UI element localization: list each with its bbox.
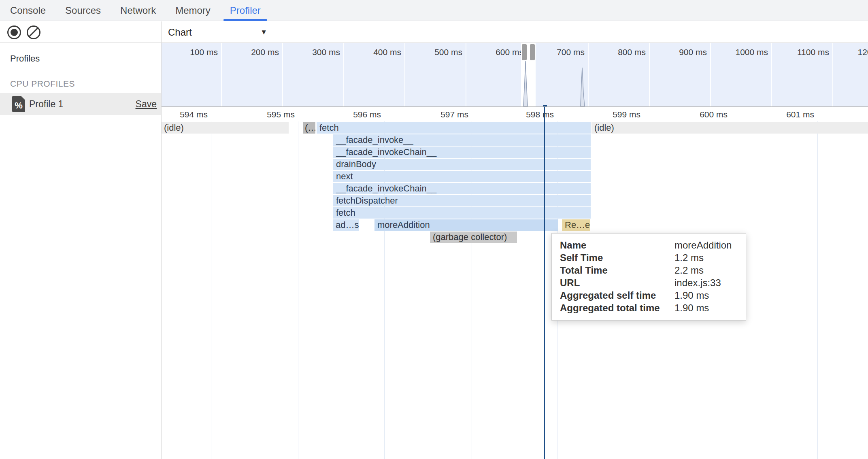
profiler-toolbar: Chart ▼ bbox=[0, 21, 868, 43]
flame-bar-facade-invoke[interactable]: __facade_invoke__ bbox=[333, 134, 591, 146]
current-time-marker-tick bbox=[543, 105, 547, 106]
overview-tick-label: 900 ms bbox=[641, 47, 707, 57]
tab-sources[interactable]: Sources bbox=[65, 0, 101, 21]
percent-document-icon: % bbox=[12, 96, 25, 112]
cpu-activity-spike bbox=[580, 68, 585, 106]
flame-bar-idle[interactable]: (idle) bbox=[591, 122, 868, 134]
tooltip-row: URL index.js:33 bbox=[560, 276, 738, 289]
overview-tick-label: 500 ms bbox=[397, 47, 462, 57]
tooltip-row: Aggregated total time 1.90 ms bbox=[560, 302, 738, 314]
record-profile-button[interactable] bbox=[7, 26, 21, 39]
profiles-sidebar: Profiles CPU PROFILES % Profile 1 Save bbox=[0, 43, 161, 459]
flame-gridline bbox=[211, 121, 211, 459]
sidebar-heading: Profiles bbox=[10, 53, 40, 64]
flame-bar-facade-invokechain[interactable]: __facade_invokeChain__ bbox=[333, 183, 591, 194]
tooltip-row: Total Time 2.2 ms bbox=[560, 264, 738, 276]
flame-bar-garbage-collector[interactable]: (garbage collector) bbox=[430, 232, 517, 243]
overview-tick-label: 1100 ms bbox=[764, 47, 829, 57]
tooltip-value: moreAddition bbox=[674, 239, 738, 251]
overview-tick-label: 100 ms bbox=[162, 47, 218, 57]
overview-tick-label: 200 ms bbox=[213, 47, 279, 57]
flame-bar-truncated[interactable]: (… bbox=[303, 122, 315, 134]
tooltip-value: 2.2 ms bbox=[674, 264, 738, 276]
tooltip-row: Name moreAddition bbox=[560, 239, 738, 251]
flame-bar-idle[interactable]: (idle) bbox=[161, 122, 289, 134]
tab-profiler[interactable]: Profiler bbox=[230, 0, 261, 21]
ruler-tick-label: 597 ms bbox=[408, 107, 468, 121]
current-time-marker bbox=[544, 107, 545, 459]
overview-tick-label: 600 ms bbox=[458, 47, 523, 57]
tooltip-row: Self Time 1.2 ms bbox=[560, 251, 738, 264]
tab-console[interactable]: Console bbox=[10, 0, 46, 21]
tooltip-value: 1.90 ms bbox=[674, 302, 738, 314]
sidebar-divider bbox=[161, 21, 162, 459]
overview-tick-label: 800 ms bbox=[580, 47, 646, 57]
flame-bar-moreaddition[interactable]: moreAddition bbox=[374, 219, 558, 231]
flame-bar-fetch[interactable]: fetch bbox=[333, 207, 591, 219]
tooltip-label: Total Time bbox=[560, 264, 674, 276]
overview-tick-label: 1000 ms bbox=[702, 47, 768, 57]
flame-chart-ruler: 594 ms 595 ms 596 ms 597 ms 598 ms 599 m… bbox=[162, 107, 868, 121]
flame-gridline bbox=[298, 121, 298, 459]
flame-bar-drainbody[interactable]: drainBody bbox=[333, 159, 591, 170]
cpu-profiles-section-label: CPU PROFILES bbox=[10, 79, 75, 89]
record-icon-dot bbox=[11, 29, 18, 36]
tooltip-value: index.js:33 bbox=[674, 276, 738, 289]
ruler-tick-label: 595 ms bbox=[234, 107, 295, 121]
overview-tick-label: 1200 ms bbox=[825, 47, 868, 57]
chevron-down-icon: ▼ bbox=[260, 21, 267, 43]
profile-name: Profile 1 bbox=[29, 93, 63, 115]
flame-bar-next[interactable]: next bbox=[333, 171, 591, 182]
tooltip-label: URL bbox=[560, 276, 674, 289]
sidebar-item-profile-1[interactable]: % Profile 1 Save bbox=[0, 93, 161, 115]
tooltip-label: Aggregated total time bbox=[560, 302, 674, 314]
tooltip-label: Aggregated self time bbox=[560, 289, 674, 302]
ruler-tick-label: 600 ms bbox=[667, 107, 728, 121]
selection-handle-right[interactable] bbox=[530, 44, 535, 60]
timeline-overview[interactable]: 100 ms 200 ms 300 ms 400 ms 500 ms 600 m… bbox=[162, 43, 868, 107]
view-mode-dropdown[interactable]: Chart ▼ bbox=[168, 21, 267, 43]
ruler-tick-label: 594 ms bbox=[147, 107, 208, 121]
ruler-tick-label: 601 ms bbox=[753, 107, 814, 121]
frame-tooltip: Name moreAddition Self Time 1.2 ms Total… bbox=[551, 233, 746, 321]
devtools-tab-bar: Console Sources Network Memory Profiler bbox=[0, 0, 868, 21]
tooltip-label: Self Time bbox=[560, 251, 674, 264]
flame-bar-facade-invokechain[interactable]: __facade_invokeChain__ bbox=[333, 147, 591, 158]
flame-bar-fetch[interactable]: fetch bbox=[317, 122, 591, 134]
tooltip-value: 1.2 ms bbox=[674, 251, 738, 264]
tooltip-value: 1.90 ms bbox=[674, 289, 738, 302]
overview-tick-label: 300 ms bbox=[274, 47, 340, 57]
tab-memory[interactable]: Memory bbox=[175, 0, 211, 21]
cpu-activity-spike bbox=[523, 61, 528, 106]
tooltip-row: Aggregated self time 1.90 ms bbox=[560, 289, 738, 302]
flame-bar-addnumbers[interactable]: ad…s bbox=[333, 219, 359, 231]
clear-profiles-button[interactable] bbox=[27, 26, 40, 39]
tab-network[interactable]: Network bbox=[120, 0, 156, 21]
flame-gridline bbox=[817, 121, 818, 459]
ruler-tick-label: 599 ms bbox=[580, 107, 640, 121]
tooltip-label: Name bbox=[560, 239, 674, 251]
view-mode-value: Chart bbox=[168, 27, 192, 38]
flame-bar-fetchdispatcher[interactable]: fetchDispatcher bbox=[333, 195, 591, 206]
selection-handle-left[interactable] bbox=[522, 44, 527, 60]
flame-bar-response[interactable]: Re…e bbox=[562, 219, 590, 231]
overview-tick-label: 400 ms bbox=[336, 47, 401, 57]
ruler-tick-label: 596 ms bbox=[320, 107, 381, 121]
